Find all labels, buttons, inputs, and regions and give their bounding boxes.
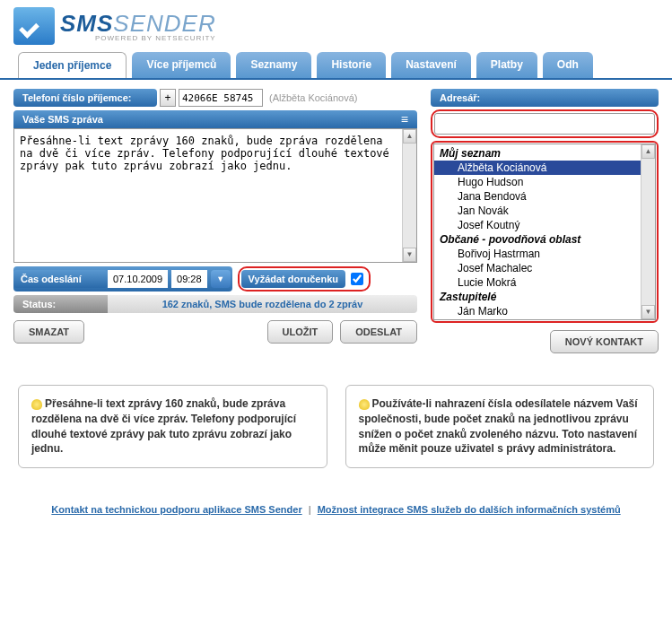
send-hour-field[interactable]: 09:28 [171,270,207,288]
tab-settings[interactable]: Nastavení [391,52,471,78]
list-item[interactable]: Hugo Hudson [434,175,655,189]
list-item[interactable]: Bořivoj Hastrman [434,247,655,261]
list-item[interactable]: Lucie Mokrá [434,275,655,290]
message-textarea[interactable] [14,129,416,259]
phone-input[interactable] [179,89,263,107]
delivery-receipt-highlight: Vyžádat doručenku [238,266,371,292]
send-time-label: Čas odeslání [13,270,108,288]
chevron-down-icon[interactable]: ▼ [211,270,231,288]
tab-multi-recipients[interactable]: Více příjemců [132,52,231,78]
send-date-field[interactable]: 07.10.2009 [108,270,168,288]
send-button[interactable]: ODESLAT [340,320,417,344]
delivery-receipt-label: Vyžádat doručenku [241,270,345,288]
list-item[interactable]: Jan Novák [434,204,655,218]
addressbook-label: Adresář: [431,89,659,107]
logo-check-icon [13,7,55,45]
phone-prefix: + [160,89,176,107]
list-item[interactable]: Alžběta Kociánová [434,161,655,175]
delivery-receipt-checkbox[interactable] [351,273,363,285]
scroll-up-icon[interactable]: ▲ [641,144,655,159]
phone-label: Telefoní číslo příjemce: [13,89,157,107]
list-scrollbar[interactable]: ▲ ▼ [641,144,655,319]
addressbook-search-input[interactable] [434,113,655,135]
new-contact-button[interactable]: NOVÝ KONTAKT [550,330,659,353]
list-group-header: Občané - povodňová oblast [434,232,655,247]
list-group-header: Můj seznam [434,146,655,161]
logo-text: SMSSENDER [60,10,216,37]
tab-single-recipient[interactable]: Jeden příjemce [18,52,127,78]
addressbook-highlight: Můj seznamAlžběta KociánováHugo HudsonJa… [431,141,659,323]
message-header: Vaše SMS zpráva ≡ [13,110,417,128]
footer-link-integration[interactable]: Možnost integrace SMS služeb do dalších … [318,504,621,515]
footer: Kontakt na technickou podporu aplikace S… [0,482,672,528]
list-item[interactable]: Ján Marko [434,304,655,318]
tab-payments[interactable]: Platby [476,52,537,78]
addressbook-list: Můj seznamAlžběta KociánováHugo HudsonJa… [434,144,655,320]
list-item[interactable]: Josef Machalec [434,261,655,275]
tab-logout[interactable]: Odh [543,52,593,78]
bulb-icon [359,399,370,410]
tip-right: Používáte-li nahrazení čísla odesílatele… [345,385,655,468]
scroll-down-icon[interactable]: ▼ [641,305,655,319]
tab-history[interactable]: Historie [317,52,386,78]
save-button[interactable]: ULOŽIT [267,320,334,344]
tab-lists[interactable]: Seznamy [236,52,311,78]
phone-resolved-name: (Alžběta Kociánová) [269,92,357,103]
search-highlight [431,109,659,138]
logo-area: SMSSENDER POWERED BY NETSECURITY [0,0,672,52]
footer-link-support[interactable]: Kontakt na technickou podporu aplikace S… [51,504,301,515]
clear-button[interactable]: SMAZAT [13,320,84,344]
status-label: Status: [13,295,108,313]
tabs: Jeden příjemce Více příjemců Seznamy His… [0,52,672,80]
list-item[interactable]: Josef Koutný [434,218,655,232]
list-item[interactable]: Jana Bendová [434,189,655,204]
menu-lines-icon[interactable]: ≡ [401,115,408,124]
scroll-down-icon[interactable]: ▼ [403,248,416,262]
status-text: 162 znaků, SMS bude rozdělena do 2 zpráv [108,295,417,313]
tip-left: Přesáhne-li text zprávy 160 znaků, bude … [18,385,327,468]
textarea-scrollbar[interactable]: ▲ ▼ [402,129,416,262]
list-group-header: Zastupitelé [434,290,655,304]
bulb-icon [31,399,42,410]
scroll-up-icon[interactable]: ▲ [403,129,416,144]
